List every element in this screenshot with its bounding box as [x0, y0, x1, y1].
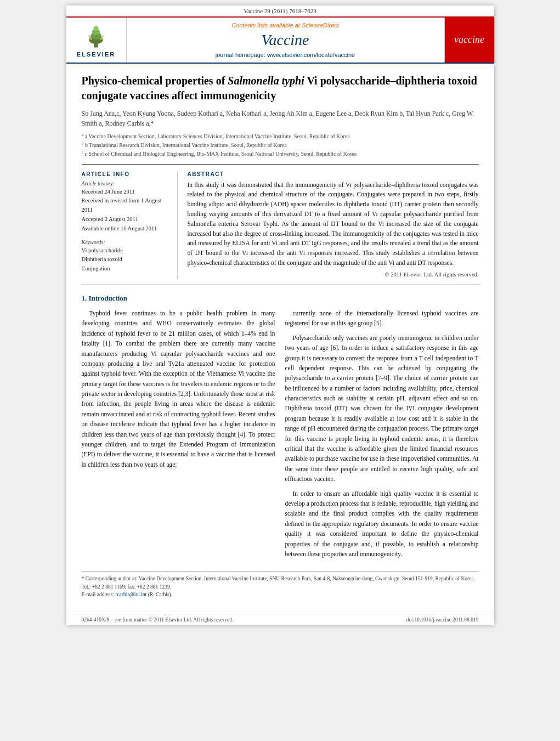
journal-homepage: journal homepage: www.elsevier.com/locat… [216, 52, 355, 58]
sciencedirect-name: ScienceDirect [302, 22, 339, 29]
received-revised-date: Received in revised form 1 August 2011 [82, 196, 171, 215]
intro-right-para-3: In order to ensure an affordable high qu… [285, 489, 479, 559]
svg-point-7 [100, 38, 102, 40]
keyword-3: Conjugation [82, 264, 171, 274]
divider-2 [82, 285, 479, 285]
info-abstract-section: Article Info Article history: Received 2… [82, 171, 479, 279]
keyword-2: Diphtheria toxoid [82, 255, 171, 264]
abstract-label: Abstract [188, 171, 479, 177]
body-section: 1. Introduction Typhoid fever continues … [82, 294, 479, 563]
article-content: Physico-chemical properties of Salmonell… [66, 64, 494, 608]
authors: So Jung Ana,c, Yeon Kyung Yoona, Sudeep … [82, 109, 479, 128]
footnote-star: * Corresponding author at: Vaccine Devel… [82, 575, 479, 591]
svg-point-8 [88, 35, 90, 37]
intro-right-col: currently none of the internationally li… [285, 308, 479, 563]
sciencedirect-link: Contents lists available at ScienceDirec… [231, 22, 339, 29]
svg-point-5 [93, 26, 98, 31]
intro-heading: 1. Introduction [82, 294, 479, 303]
footnote-section: * Corresponding author at: Vaccine Devel… [82, 571, 479, 598]
received-date: Received 24 June 2011 [82, 188, 171, 197]
journal-center: Contents lists available at ScienceDirec… [127, 18, 445, 63]
article-history: Article history: Received 24 June 2011 R… [82, 180, 171, 234]
intro-two-col: Typhoid fever continues to be a public h… [82, 308, 479, 563]
accepted-date: Accepted 2 August 2011 [82, 215, 171, 224]
affiliation-a: a a Vaccine Development Section, Laborat… [82, 132, 479, 140]
svg-point-9 [101, 35, 104, 37]
citation-bar: Vaccine 29 (2011) 7618–7623 [66, 5, 494, 18]
article-title: Physico-chemical properties of Salmonell… [82, 73, 479, 103]
journal-name: Vaccine [261, 31, 309, 49]
affiliation-b: b b Translational Research Division, Int… [82, 140, 479, 149]
abstract-text: In this study it was demonstrated that t… [188, 180, 479, 268]
copyright-text: © 2011 Elsevier Ltd. All rights reserved… [188, 271, 479, 278]
elsevier-text: ELSEVIER [77, 51, 115, 58]
divider-1 [82, 164, 479, 165]
abstract-column: Abstract In this study it was demonstrat… [188, 171, 479, 279]
citation-text: Vaccine 29 (2011) 7618–7623 [244, 8, 316, 14]
intro-left-para: Typhoid fever continues to be a public h… [82, 308, 275, 470]
article-info-column: Article Info Article history: Received 2… [82, 171, 178, 279]
intro-right-para-2: Polysaccharide only vaccines are poorly … [285, 333, 479, 484]
bottom-bar: 0264-410X/$ – see front matter © 2011 El… [66, 614, 494, 625]
issn-text: 0264-410X/$ – see front matter © 2011 El… [82, 617, 234, 623]
keyword-1: Vi polysaccharide [82, 246, 171, 256]
article-page: Vaccine 29 (2011) 7618–7623 [66, 5, 494, 625]
footnote-email: E-mail address: rcarbis@ivi.int (R. Carb… [82, 591, 479, 598]
article-info-label: Article Info [82, 171, 171, 177]
vaccine-logo-text: vaccine [451, 31, 487, 49]
authors-text: So Jung Ana,c, Yeon Kyung Yoona, Sudeep … [82, 110, 474, 127]
affiliations: a a Vaccine Development Section, Laborat… [82, 132, 479, 159]
intro-right-para-1: currently none of the internationally li… [285, 308, 479, 329]
elsevier-logo: ELSEVIER [66, 18, 127, 63]
available-date: Available online 16 August 2011 [82, 224, 171, 234]
history-label: Article history: [82, 180, 171, 186]
keywords-label: Keywords: [82, 239, 171, 245]
journal-header: ELSEVIER Contents lists available at Sci… [66, 18, 494, 64]
vaccine-logo-box: vaccine [445, 18, 494, 63]
intro-left-col: Typhoid fever continues to be a public h… [82, 308, 275, 563]
elsevier-tree-icon [80, 22, 112, 50]
doi-text: doi:10.1016/j.vaccine.2011.08.019 [406, 617, 479, 623]
svg-point-6 [90, 38, 92, 40]
keywords-group: Keywords: Vi polysaccharide Diphtheria t… [82, 239, 171, 274]
affiliation-c: c c School of Chemical and Biological En… [82, 149, 479, 158]
